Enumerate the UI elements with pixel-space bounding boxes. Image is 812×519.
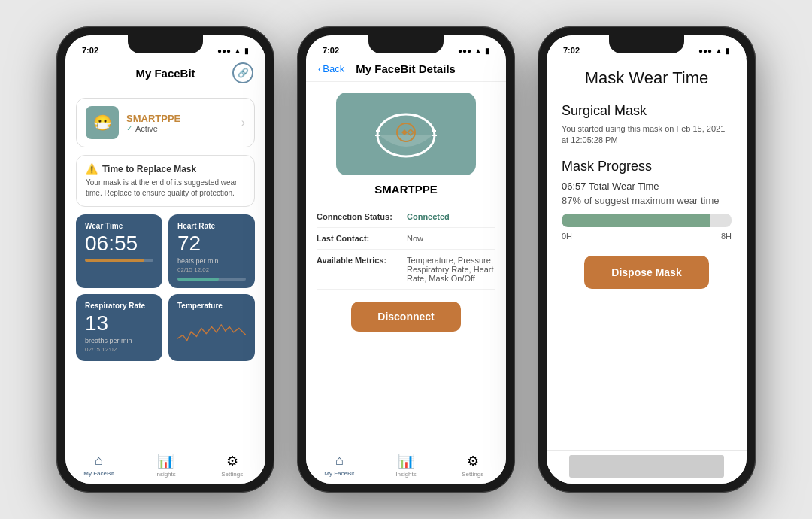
notch-1 xyxy=(128,35,203,53)
warning-card: ⚠️ Time to Replace Mask Your mask is at … xyxy=(76,155,255,207)
battery-icon: ▮ xyxy=(244,47,249,55)
details-table: Connection Status: Connected Last Contac… xyxy=(317,206,495,290)
disconnect-button[interactable]: Disconnect xyxy=(351,302,461,332)
tab-label-myfacebit-1: My FaceBit xyxy=(83,470,114,477)
tab-insights-1[interactable]: 📊 Insights xyxy=(132,453,199,478)
signal-icon-3: ●●● xyxy=(698,47,712,55)
signal-icon-2: ●●● xyxy=(458,47,471,55)
nav-title-2: My FaceBit Details xyxy=(344,62,467,75)
nav-bar-1: My FaceBit 🔗 xyxy=(65,58,265,90)
notch-2 xyxy=(368,35,444,53)
wear-time-bar xyxy=(85,259,144,262)
phone-2: 7:02 ●●● ▲ ▮ ‹ Back My FaceBit Details xyxy=(297,26,515,493)
device-name-p2: SMARTPPE xyxy=(306,183,506,196)
last-contact-row: Last Contact: Now xyxy=(317,228,495,250)
heart-rate-date: 02/15 12:02 xyxy=(177,266,246,273)
chevron-right-icon: › xyxy=(241,116,245,129)
insights-icon-1: 📊 xyxy=(157,453,174,469)
tab-bar-1: ⌂ My FaceBit 📊 Insights ⚙ Settings xyxy=(65,448,265,484)
tab-settings-2[interactable]: ⚙ Settings xyxy=(439,453,506,478)
insights-icon-2: 📊 xyxy=(398,453,414,469)
wear-time-value: 06:55 xyxy=(85,233,153,254)
device-image xyxy=(336,93,476,175)
status-time-2: 7:02 xyxy=(323,46,339,55)
p3-pct-label: 87% of suggest maximum wear time xyxy=(562,195,732,206)
dispose-button[interactable]: Dispose Mask xyxy=(584,256,709,289)
tab-label-insights-2: Insights xyxy=(395,471,417,478)
settings-icon-1: ⚙ xyxy=(226,453,238,469)
screen-2: 7:02 ●●● ▲ ▮ ‹ Back My FaceBit Details xyxy=(306,35,506,484)
wear-time-label: Wear Time xyxy=(85,222,153,230)
device-name: SMARTPPE xyxy=(126,113,234,124)
home-icon-2: ⌂ xyxy=(335,453,344,469)
connection-status-row: Connection Status: Connected xyxy=(317,206,495,228)
screen-3: 7:02 ●●● ▲ ▮ Mask Wear Time Surgical Mas… xyxy=(547,35,747,484)
device-thumb: 😷 xyxy=(86,106,119,139)
tab-bar-3 xyxy=(547,450,747,484)
temperature-card[interactable]: Temperature xyxy=(168,294,255,361)
warning-title: ⚠️ Time to Replace Mask xyxy=(86,163,245,175)
back-button[interactable]: ‹ Back xyxy=(318,63,344,74)
back-chevron-icon: ‹ xyxy=(318,63,321,74)
warning-title-text: Time to Replace Mask xyxy=(102,164,196,175)
battery-icon-2: ▮ xyxy=(485,47,489,55)
wifi-icon: ▲ xyxy=(234,47,241,55)
status-time-3: 7:02 xyxy=(563,46,580,55)
device-status: ✓ Active xyxy=(126,124,234,133)
available-metrics-value: Temperature, Pressure, Respiratory Rate,… xyxy=(407,256,495,283)
wear-time-card[interactable]: Wear Time 06:55 xyxy=(76,214,162,288)
heart-rate-bar-container xyxy=(177,278,246,281)
resp-rate-card[interactable]: Respiratory Rate 13 breaths per min 02/1… xyxy=(76,294,162,361)
heart-rate-label: Heart Rate xyxy=(177,222,246,230)
progress-labels: 0H 8H xyxy=(562,232,732,241)
connection-status-label: Connection Status: xyxy=(317,212,407,221)
tab-settings-1[interactable]: ⚙ Settings xyxy=(198,453,265,478)
resp-rate-unit: breaths per min xyxy=(85,337,153,344)
available-metrics-row: Available Metrics: Temperature, Pressure… xyxy=(317,250,495,290)
tab-myfacebit-2[interactable]: ⌂ My FaceBit xyxy=(306,453,373,478)
temperature-label: Temperature xyxy=(177,302,246,310)
last-contact-value: Now xyxy=(407,234,495,243)
check-icon: ✓ xyxy=(126,124,132,132)
status-time-1: 7:02 xyxy=(82,46,98,55)
tab-insights-2[interactable]: 📊 Insights xyxy=(373,453,440,478)
last-contact-label: Last Contact: xyxy=(317,234,407,243)
screen-1: 7:02 ●●● ▲ ▮ My FaceBit 🔗 😷 SMARTPPE ✓ xyxy=(65,35,265,484)
wifi-icon-2: ▲ xyxy=(474,47,482,55)
resp-rate-value: 13 xyxy=(85,313,153,334)
heart-rate-value: 72 xyxy=(177,233,246,254)
heart-rate-card[interactable]: Heart Rate 72 beats per min 02/15 12:02 xyxy=(168,214,255,288)
status-icons-3: ●●● ▲ ▮ xyxy=(698,47,730,55)
signal-icon: ●●● xyxy=(217,47,231,55)
link-icon[interactable]: 🔗 xyxy=(232,62,253,83)
phone-1: 7:02 ●●● ▲ ▮ My FaceBit 🔗 😷 SMARTPPE ✓ xyxy=(56,26,274,493)
p3-mask-subtitle: You started using this mask on Feb 15, 2… xyxy=(562,123,732,147)
warning-text: Your mask is at the end of its suggested… xyxy=(86,178,245,199)
available-metrics-label: Available Metrics: xyxy=(317,256,407,283)
temperature-chart xyxy=(177,313,246,351)
settings-icon-2: ⚙ xyxy=(467,453,479,469)
p3-progress-title: Mask Progress xyxy=(562,159,732,175)
device-card[interactable]: 😷 SMARTPPE ✓ Active › xyxy=(76,98,255,147)
status-icons-1: ●●● ▲ ▮ xyxy=(217,47,249,55)
tab-label-insights-1: Insights xyxy=(155,471,176,478)
p3-mask-section-title: Surgical Mask xyxy=(562,103,732,119)
nav-title-1: My FaceBit xyxy=(98,67,232,80)
metrics-grid: Wear Time 06:55 Heart Rate 72 beats per … xyxy=(76,214,255,361)
notch-3 xyxy=(609,35,684,53)
tab-label-settings-2: Settings xyxy=(462,471,483,478)
device-info: SMARTPPE ✓ Active xyxy=(126,113,234,133)
wifi-icon-3: ▲ xyxy=(715,47,723,55)
tab-myfacebit-1[interactable]: ⌂ My FaceBit xyxy=(65,453,132,478)
progress-bar-container xyxy=(562,214,732,227)
resp-rate-date: 02/15 12:02 xyxy=(85,346,153,353)
device-status-text: Active xyxy=(135,124,158,133)
progress-end-label: 8H xyxy=(721,232,732,241)
wear-time-bar-container xyxy=(85,259,153,262)
progress-start-label: 0H xyxy=(562,232,572,241)
back-label: Back xyxy=(323,63,344,74)
connection-status-value: Connected xyxy=(407,212,495,221)
warning-icon: ⚠️ xyxy=(86,163,98,175)
heart-rate-unit: beats per min xyxy=(177,257,246,265)
screen-content-3: Mask Wear Time Surgical Mask You started… xyxy=(547,58,747,450)
